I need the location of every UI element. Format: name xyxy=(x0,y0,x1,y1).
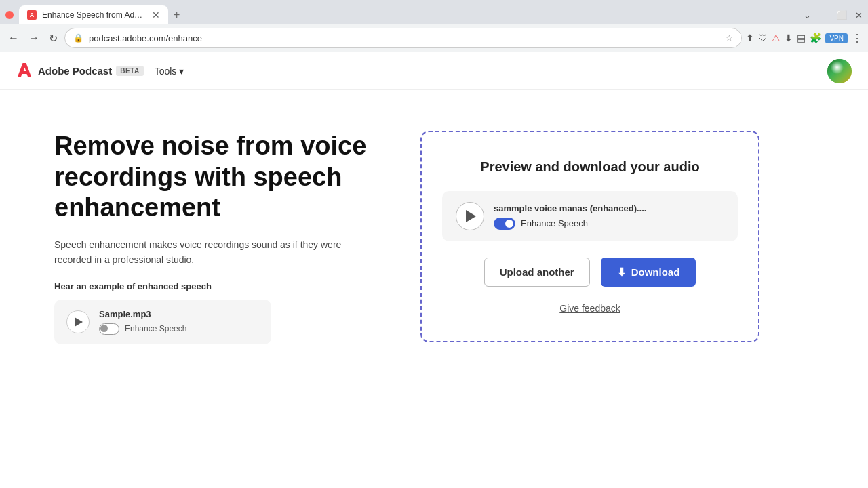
tab-bar: A Enhance Speech from Adobe | Fr... ✕ + … xyxy=(0,0,868,24)
forward-button[interactable]: → xyxy=(26,29,42,47)
share-icon[interactable]: ⬆ xyxy=(746,33,754,43)
enhance-speech-row: Enhance Speech xyxy=(494,218,646,230)
feedback-link[interactable]: Give feedback xyxy=(442,303,738,314)
back-button[interactable]: ← xyxy=(5,29,22,47)
audio-player-card: sammple voice manas (enhanced).... Enhan… xyxy=(442,191,738,241)
close-window-btn[interactable]: ✕ xyxy=(855,10,863,20)
page: Adobe Podcast BETA Tools ▾ Remove noise … xyxy=(0,52,868,488)
hero-description: Speech enhancement makes voice recording… xyxy=(54,237,380,268)
enhance-speech-toggle[interactable] xyxy=(494,218,515,230)
address-text: podcast.adobe.com/enhance xyxy=(89,33,720,43)
toggle-knob xyxy=(100,325,108,332)
enhance-speech-label: Enhance Speech xyxy=(521,218,588,228)
enhance-toggle-off[interactable] xyxy=(99,323,119,335)
download-button[interactable]: ⬇ Download xyxy=(601,258,696,287)
tab-bar-actions: ⌄ — ⬜ ✕ xyxy=(804,10,868,20)
hero-title: Remove noise from voice recordings with … xyxy=(54,131,380,224)
sample-filename: Sample.mp3 xyxy=(99,309,186,319)
toggle-knob-on xyxy=(505,220,513,228)
adobe-icon[interactable]: ⚠ xyxy=(772,33,781,43)
chevron-down-icon: ▾ xyxy=(179,66,184,77)
download-icon: ⬇ xyxy=(617,266,626,279)
audio-info: sammple voice manas (enhanced).... Enhan… xyxy=(494,203,646,230)
reload-button[interactable]: ↻ xyxy=(46,29,60,47)
tab-bar-minimize-icon[interactable]: ⌄ xyxy=(804,10,811,20)
sample-play-button[interactable] xyxy=(66,310,90,333)
sample-player: Sample.mp3 Enhance Speech xyxy=(54,300,271,344)
download-label: Download xyxy=(631,266,680,278)
upload-another-button[interactable]: Upload another xyxy=(484,258,590,287)
vpn-badge[interactable]: VPN xyxy=(825,33,848,43)
enhance-label: Enhance Speech xyxy=(125,324,186,333)
nav-actions: ⬆ 🛡 ⚠ ⬇ ▤ 🧩 VPN ⋮ xyxy=(746,32,863,45)
extensions-icon[interactable]: 🧩 xyxy=(810,33,821,43)
minimize-window-btn[interactable]: — xyxy=(819,10,828,20)
preview-panel: Preview and download your audio sammple … xyxy=(420,131,760,342)
user-avatar[interactable] xyxy=(827,59,852,83)
action-buttons: Upload another ⬇ Download xyxy=(442,258,738,287)
download-browser-icon[interactable]: ⬇ xyxy=(785,33,793,43)
minimize-btn[interactable] xyxy=(5,11,14,19)
star-icon[interactable]: ☆ xyxy=(726,33,733,43)
tools-label: Tools xyxy=(155,66,177,77)
tab-close-btn[interactable]: ✕ xyxy=(152,9,160,20)
enhance-toggle-row: Enhance Speech xyxy=(99,323,186,335)
left-section: Remove noise from voice recordings with … xyxy=(54,131,380,344)
lock-icon: 🔒 xyxy=(73,33,83,43)
tab-favicon: A xyxy=(27,10,37,20)
avatar-image xyxy=(827,59,852,83)
menu-icon[interactable]: ⋮ xyxy=(852,32,863,45)
play-icon-large xyxy=(466,210,476,222)
main-content: Remove noise from voice recordings with … xyxy=(0,90,868,385)
maximize-window-btn[interactable]: ⬜ xyxy=(836,10,847,20)
site-header: Adobe Podcast BETA Tools ▾ xyxy=(0,52,868,90)
example-label: Hear an example of enhanced speech xyxy=(54,281,380,291)
adobe-logo[interactable] xyxy=(16,62,33,81)
new-tab-button[interactable]: + xyxy=(168,9,185,21)
brand-name: Adobe Podcast xyxy=(38,65,112,77)
sample-info: Sample.mp3 Enhance Speech xyxy=(99,309,186,335)
audio-filename: sammple voice manas (enhanced).... xyxy=(494,203,646,214)
tools-menu-button[interactable]: Tools ▾ xyxy=(155,66,184,77)
shield-icon[interactable]: 🛡 xyxy=(758,33,768,43)
sidebar-icon[interactable]: ▤ xyxy=(797,33,806,43)
beta-badge: BETA xyxy=(116,66,143,76)
address-bar[interactable]: 🔒 podcast.adobe.com/enhance ☆ xyxy=(64,28,742,48)
preview-title: Preview and download your audio xyxy=(442,159,738,175)
active-tab[interactable]: A Enhance Speech from Adobe | Fr... ✕ xyxy=(19,5,168,24)
header-right xyxy=(827,59,852,83)
play-icon xyxy=(75,317,83,327)
audio-play-button[interactable] xyxy=(456,202,484,230)
tab-title-text: Enhance Speech from Adobe | Fr... xyxy=(42,10,146,20)
nav-bar: ← → ↻ 🔒 podcast.adobe.com/enhance ☆ ⬆ 🛡 … xyxy=(0,24,868,52)
